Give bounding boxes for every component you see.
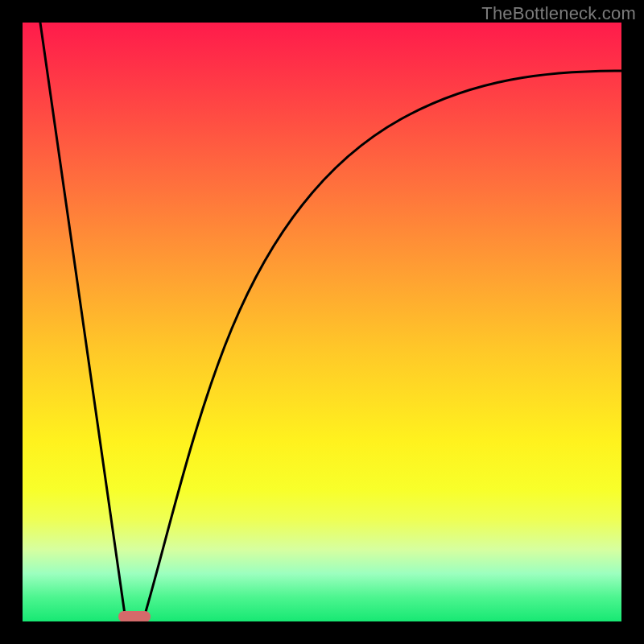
right-branch-line	[143, 71, 621, 620]
chart-frame: TheBottleneck.com	[0, 0, 644, 644]
plot-area	[23, 23, 621, 621]
left-branch-line	[40, 23, 126, 620]
curve-layer	[23, 23, 621, 621]
watermark-text: TheBottleneck.com	[481, 3, 636, 24]
min-point-marker	[118, 611, 151, 621]
